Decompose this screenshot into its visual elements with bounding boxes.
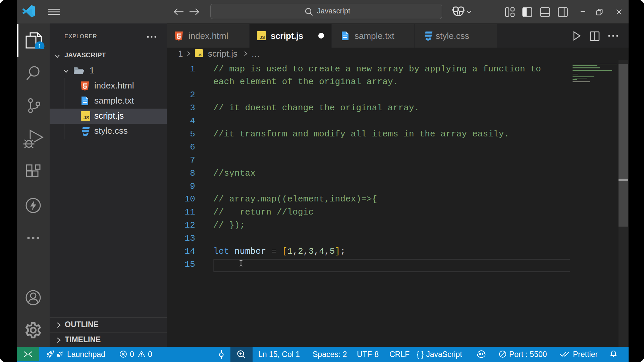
svg-text:1: 1 xyxy=(38,44,41,49)
